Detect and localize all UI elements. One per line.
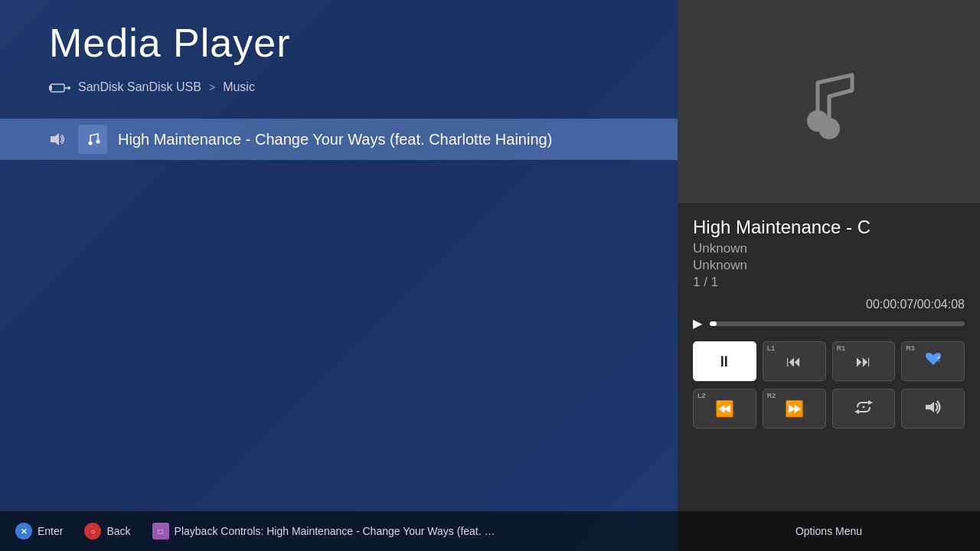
right-bottom-bar: Options Menu: [678, 511, 980, 551]
volume-button[interactable]: [901, 389, 965, 429]
track-name: High Maintenance - Change Your Ways (fea…: [118, 131, 552, 148]
options-menu-label: Options Menu: [795, 525, 862, 537]
back-label: Back: [106, 525, 130, 537]
breadcrumb-separator: >: [209, 81, 215, 93]
svg-marker-11: [854, 409, 859, 414]
list-item[interactable]: High Maintenance - Change Your Ways (fea…: [0, 119, 678, 160]
prev-button[interactable]: L1 ⏮: [763, 341, 826, 381]
repeat-icon: [854, 399, 873, 419]
heart-icon: +: [925, 352, 942, 371]
svg-text:+: +: [937, 357, 941, 364]
playing-indicator-icon: ▶: [693, 316, 702, 331]
volume-icon: [924, 399, 942, 419]
fastforward-button-label: R2: [767, 392, 776, 399]
right-panel: High Maintenance - C Unknown Unknown 1 /…: [678, 0, 980, 551]
volume-playing-icon: [46, 129, 67, 150]
controls-row1: ⏸ L1 ⏮ R1 ⏭ R3 +: [678, 331, 980, 389]
now-playing-artist: Unknown: [693, 241, 965, 256]
svg-rect-0: [51, 84, 64, 92]
progress-fill: [710, 321, 717, 326]
pause-icon: ⏸: [717, 353, 732, 370]
left-panel: Media Player SanDisk SanDisk USB > Music: [0, 0, 678, 551]
svg-point-6: [96, 140, 100, 144]
progress-track[interactable]: [710, 321, 965, 326]
album-art: [678, 0, 980, 203]
controls-row2: L2 ⏪ R2 ⏩: [678, 389, 980, 436]
pause-button[interactable]: ⏸: [693, 341, 756, 381]
svg-point-8: [818, 118, 840, 139]
svg-point-5: [89, 142, 93, 145]
fastforward-icon: ⏩: [785, 399, 804, 418]
next-button[interactable]: R1 ⏭: [832, 341, 896, 381]
enter-action: ✕ Enter: [15, 523, 63, 540]
enter-label: Enter: [38, 525, 63, 537]
track-music-icon: [78, 125, 107, 154]
rewind-button[interactable]: L2 ⏪: [693, 389, 756, 429]
now-playing-title: High Maintenance - C: [693, 217, 965, 238]
music-note-large-icon: [787, 60, 871, 144]
now-playing-album: Unknown: [693, 258, 965, 273]
rewind-icon: ⏪: [715, 399, 734, 418]
rewind-button-label: L2: [697, 392, 706, 399]
back-action: ○ Back: [84, 523, 130, 540]
breadcrumb-folder: Music: [223, 80, 255, 94]
prev-icon: ⏮: [786, 353, 802, 370]
o-button-icon: ○: [84, 523, 101, 540]
repeat-button[interactable]: [832, 389, 896, 429]
page-title: Media Player: [49, 20, 290, 66]
svg-rect-1: [49, 86, 52, 90]
breadcrumb: SanDisk SanDisk USB > Music: [49, 80, 255, 95]
playback-controls-label: Playback Controls: High Maintenance - Ch…: [175, 525, 496, 537]
time-display: 00:00:07/00:04:08: [678, 290, 980, 316]
track-info: High Maintenance - C Unknown Unknown 1 /…: [678, 203, 980, 290]
svg-marker-4: [51, 133, 59, 145]
now-playing-position: 1 / 1: [693, 275, 965, 290]
next-icon: ⏭: [856, 353, 871, 370]
x-button-icon: ✕: [15, 523, 32, 540]
favorite-button-label: R3: [906, 344, 915, 352]
svg-point-3: [67, 86, 70, 90]
breadcrumb-device: SanDisk SanDisk USB: [78, 80, 201, 94]
svg-marker-14: [926, 402, 934, 412]
fastforward-button[interactable]: R2 ⏩: [763, 389, 826, 429]
progress-bar-container: ▶: [678, 316, 980, 331]
sq-button-icon: □: [152, 523, 169, 540]
favorite-button[interactable]: R3 +: [901, 341, 965, 381]
bottom-bar: ✕ Enter ○ Back □ Playback Controls: High…: [0, 511, 678, 551]
next-button-label: R1: [837, 344, 846, 352]
usb-icon: [49, 80, 70, 95]
playback-controls-action: □ Playback Controls: High Maintenance - …: [152, 523, 496, 540]
svg-marker-10: [868, 400, 873, 405]
track-list: High Maintenance - Change Your Ways (fea…: [0, 119, 678, 160]
prev-button-label: L1: [767, 344, 776, 352]
